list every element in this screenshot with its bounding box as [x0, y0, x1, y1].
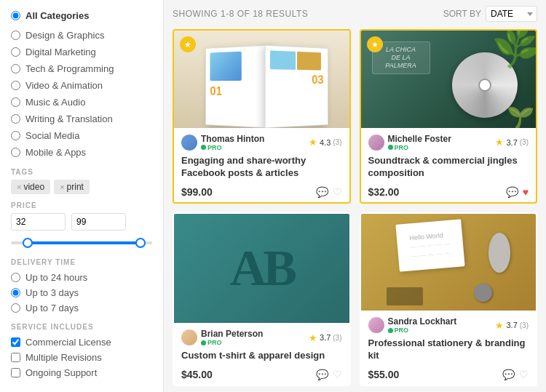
card-3-actions: 💬 ♡	[316, 369, 342, 380]
card-1-pro-badge: PRO	[201, 144, 264, 151]
card-1-price: $99.00	[181, 186, 213, 198]
card-3-rating-value: 3.7	[320, 333, 331, 342]
card-1-author-row: Thomas Hinton PRO ★ 4.3 (3)	[181, 134, 342, 151]
card-4-price: $55.00	[368, 369, 400, 380]
card-2-rating-value: 3.7	[506, 138, 517, 147]
service-revisions[interactable]: Multiple Revisions	[11, 350, 152, 365]
card-3-avatar	[181, 329, 197, 345]
sidebar-category-label: Tech & Programming	[25, 63, 114, 74]
card-2-author-details: Michelle Foster PRO	[388, 134, 451, 151]
sidebar-item-video[interactable]: Video & Animation	[11, 77, 152, 94]
card-3-image: AB	[174, 214, 349, 324]
delivery-section-label: DELIVERY TIME	[11, 258, 152, 266]
card-2-author-info: Michelle Foster PRO	[368, 134, 451, 151]
slider-thumb-max[interactable]	[135, 238, 146, 248]
service-support[interactable]: Ongoing Support	[11, 365, 152, 380]
delivery-3days[interactable]: Up to 3 days	[11, 285, 152, 300]
card-4[interactable]: Hello World— — — — —— — — — — Sandra Loc…	[360, 212, 538, 387]
comment-icon[interactable]: 💬	[316, 186, 328, 198]
price-range-inputs	[11, 213, 152, 231]
service-commercial[interactable]: Commercial License	[11, 335, 152, 350]
card-3-author-details: Brian Peterson PRO	[201, 329, 263, 346]
card-4-actions: 💬 ♡	[502, 369, 529, 380]
heart-icon[interactable]: ♡	[333, 186, 342, 198]
price-min-input[interactable]	[11, 213, 66, 231]
rating-star-icon: ★	[309, 137, 317, 148]
sort-select[interactable]: DATE PRICE RATING	[486, 6, 537, 22]
card-1-footer: $99.00 💬 ♡	[181, 186, 342, 198]
featured-star-badge-2: ★	[367, 36, 383, 52]
card-1-image: ★ 01 03	[174, 31, 349, 128]
card-2-rating: ★ 3.7 (3)	[495, 137, 529, 148]
book-page-left: 01	[205, 45, 269, 128]
card-4-pro-badge: PRO	[388, 327, 457, 334]
sidebar-item-social-media[interactable]: Social Media	[11, 127, 152, 144]
card-2-price: $32.00	[368, 186, 400, 198]
tag-label: print	[67, 182, 84, 192]
card-4-footer: $55.00 💬 ♡	[368, 369, 529, 380]
heart-icon-4[interactable]: ♡	[519, 369, 529, 380]
sidebar-item-design[interactable]: Design & Graphics	[11, 27, 152, 44]
tag-print[interactable]: × print	[54, 180, 90, 194]
slider-thumb-min[interactable]	[23, 238, 33, 248]
tag-remove-icon[interactable]: ×	[17, 183, 21, 191]
card-1-avatar	[181, 135, 197, 151]
delivery-label: Up to 24 hours	[25, 272, 87, 283]
card-1-title: Engaging and share-worthy Facebook posts…	[181, 155, 342, 180]
card-3-pro-badge: PRO	[201, 339, 263, 346]
price-section-label: PRICE	[11, 201, 152, 209]
heart-icon-3[interactable]: ♡	[333, 369, 342, 380]
card-4-body: Sandra Lockhart PRO ★ 3.7 (3) Profession…	[361, 311, 537, 385]
tags-container: × video × print	[11, 180, 152, 194]
sidebar-item-all-categories[interactable]: All Categories	[11, 7, 152, 24]
card-4-avatar	[368, 317, 384, 333]
price-max-input[interactable]	[71, 213, 126, 231]
delivery-7days[interactable]: Up to 7 days	[11, 300, 152, 316]
card-4-rating: ★ 3.7 (3)	[495, 320, 529, 331]
card-2-body: Michelle Foster PRO ★ 3.7 (3) Soundtrack…	[361, 128, 537, 202]
sidebar-category-label: Writing & Translation	[25, 113, 113, 124]
card-4-title: Professional stationery & branding kit	[368, 337, 529, 362]
card-3[interactable]: AB Brian Peterson PRO ★	[173, 212, 351, 387]
delivery-24h[interactable]: Up to 24 hours	[11, 270, 152, 285]
card-2-actions: 💬 ♥	[506, 186, 529, 198]
service-section-label: SERVICE INCLUDES	[11, 323, 152, 331]
tag-video[interactable]: × video	[11, 180, 50, 194]
card-1-body: Thomas Hinton PRO ★ 4.3 (3) Engaging and…	[174, 128, 349, 202]
card-3-body: Brian Peterson PRO ★ 3.7 (3) Custom t-sh…	[174, 323, 349, 385]
comment-icon-4[interactable]: 💬	[502, 369, 515, 380]
rating-star-icon-2: ★	[495, 137, 504, 148]
card-4-author-row: Sandra Lockhart PRO ★ 3.7 (3)	[368, 316, 529, 334]
sidebar-item-tech[interactable]: Tech & Programming	[11, 60, 152, 77]
service-label: Ongoing Support	[25, 367, 97, 378]
sidebar-item-mobile[interactable]: Mobile & Apps	[11, 144, 152, 161]
card-1-rating-count: (3)	[333, 138, 341, 146]
pro-dot	[201, 145, 206, 150]
comment-icon-2[interactable]: 💬	[506, 186, 518, 198]
card-2-footer: $32.00 💬 ♥	[368, 186, 529, 198]
card-4-image: Hello World— — — — —— — — — —	[361, 214, 537, 311]
sidebar: All Categories Design & Graphics Digital…	[0, 0, 164, 392]
cd-center	[478, 79, 491, 92]
tag-remove-icon[interactable]: ×	[60, 183, 64, 191]
card-1[interactable]: ★ 01 03	[173, 29, 351, 204]
sidebar-item-music[interactable]: Music & Audio	[11, 94, 152, 111]
sidebar-category-label: Mobile & Apps	[25, 147, 86, 158]
card-2-author-row: Michelle Foster PRO ★ 3.7 (3)	[368, 134, 529, 151]
all-categories-label: All Categories	[25, 10, 89, 21]
cards-grid: ★ 01 03	[173, 29, 537, 386]
price-slider[interactable]	[11, 236, 152, 249]
cd-label-text: LA CHICADE LAPALMERA	[385, 46, 416, 69]
card-1-actions: 💬 ♡	[316, 186, 342, 198]
card-4-rating-count: (3)	[520, 321, 529, 329]
sidebar-item-digital-marketing[interactable]: Digital Marketing	[11, 44, 152, 60]
comment-icon-3[interactable]: 💬	[316, 369, 328, 380]
heart-icon-2[interactable]: ♥	[523, 186, 529, 198]
service-label: Multiple Revisions	[25, 352, 102, 363]
sidebar-item-writing[interactable]: Writing & Translation	[11, 111, 152, 127]
pro-dot-2	[388, 145, 393, 150]
featured-star-badge: ★	[180, 36, 196, 52]
pro-dot-4	[388, 328, 393, 333]
card-2[interactable]: ★ LA CHICADE LAPALMERA 🌿 🌱 Mich	[360, 29, 538, 204]
service-label: Commercial License	[25, 337, 111, 348]
